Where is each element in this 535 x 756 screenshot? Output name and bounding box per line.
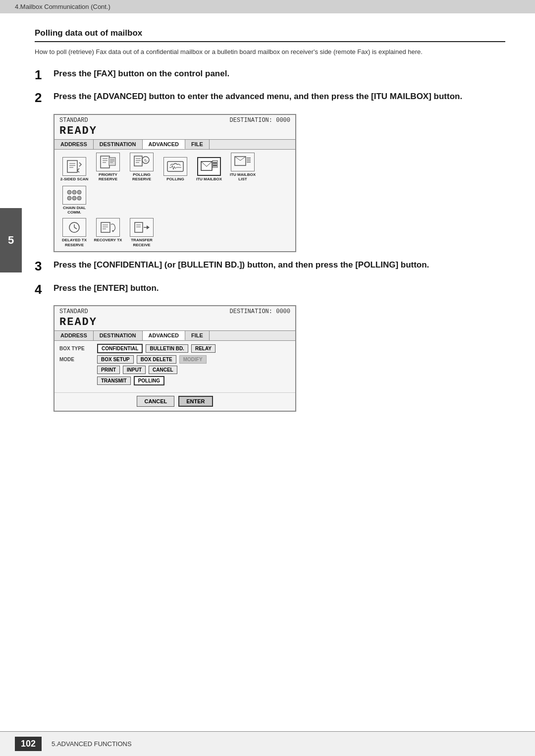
btn-cancel-mode[interactable]: CANCEL <box>149 366 177 374</box>
step-1-text: Press the [FAX] button on the control pa… <box>54 68 505 80</box>
icon-2sided-scan: 2-SIDED SCAN <box>59 157 89 182</box>
screen2-tab-file[interactable]: FILE <box>185 331 210 340</box>
icon-priority-reserve: PRIORITY RESERVE <box>93 153 123 182</box>
svg-marker-46 <box>147 225 150 229</box>
btn-input[interactable]: INPUT <box>123 366 146 374</box>
step-2-text: Press the [ADVANCED] button to enter the… <box>54 91 505 103</box>
screen1-ready: READY <box>54 125 295 139</box>
icon-transfer-receive-box <box>130 218 154 237</box>
step-2-number: 2 <box>35 91 54 105</box>
top-bar: 4.Mailbox Communication (Cont.) <box>0 0 535 13</box>
icon-polling-box <box>163 157 187 176</box>
step-4-number: 4 <box>35 282 54 297</box>
footer-text: 5.ADVANCED FUNCTIONS <box>52 740 132 748</box>
btn-box-delete[interactable]: BOX DELETE <box>137 355 176 364</box>
box-type-label: BOX TYPE <box>59 346 94 351</box>
svg-rect-43 <box>135 222 143 232</box>
screen1-tab-address[interactable]: ADDRESS <box>54 140 94 149</box>
step-3-text: Press the [CONFIDENTIAL] (or [BULLETIN B… <box>54 259 505 271</box>
screen2-tabs: ADDRESS DESTINATION ADVANCED FILE <box>54 330 295 341</box>
svg-rect-38 <box>101 222 110 232</box>
screen1-tabs: ADDRESS DESTINATION ADVANCED FILE <box>54 139 295 150</box>
icon-itu-mailbox-label: ITU MAILBOX <box>196 177 222 182</box>
icon-polling-reserve-label: POLLING RESERVE <box>127 172 157 182</box>
svg-point-34 <box>77 196 81 200</box>
btn-polling[interactable]: POLLING <box>134 376 164 385</box>
step-3: 3 Press the [CONFIDENTIAL] (or [BULLETIN… <box>35 259 505 273</box>
svg-rect-20 <box>213 161 217 167</box>
icon-itu-mailbox-list: ITU MAILBOX LIST <box>228 153 258 182</box>
screen-mockup-2: STANDARD DESTINATION: 0000 READY ADDRESS… <box>54 305 296 412</box>
mailbox-content: BOX TYPE CONFIDENTIAL BULLETIN BD. RELAY… <box>54 341 295 390</box>
screen-mockup-1: STANDARD DESTINATION: 0000 READY ADDRESS… <box>54 114 296 253</box>
svg-marker-42 <box>112 230 114 232</box>
bottom-footer: 102 5.ADVANCED FUNCTIONS <box>0 731 535 756</box>
side-tab-number: 5 <box>8 234 14 247</box>
screen1-tab-advanced[interactable]: ADVANCED <box>143 140 186 149</box>
btn-relay[interactable]: RELAY <box>191 344 215 353</box>
svg-point-29 <box>67 190 71 194</box>
icon-2sided-scan-label: 2-SIDED SCAN <box>60 177 88 182</box>
icon-chain-dial-label: CHAIN DIAL COMM. <box>59 206 89 215</box>
screen1-icons-row2: DELAYED TX RESERVE RECOVERY TX <box>54 218 295 251</box>
icon-recovery-tx: RECOVERY TX <box>93 218 123 247</box>
btn-cancel-bottom[interactable]: CANCEL <box>137 396 174 407</box>
section-desc: How to poll (retrieve) Fax data out of a… <box>35 47 505 57</box>
screen2-top-left: STANDARD <box>59 308 88 315</box>
screen1-icons-row1: 2-SIDED SCAN PRIORITY RESER <box>54 150 295 218</box>
step-4: 4 Press the [ENTER] button. <box>35 282 505 297</box>
icon-priority-reserve-box <box>96 153 120 171</box>
screen2-tab-destination[interactable]: DESTINATION <box>94 331 143 340</box>
icon-itu-mailbox-list-label: ITU MAILBOX LIST <box>228 172 258 182</box>
svg-point-23 <box>213 164 215 166</box>
svg-rect-4 <box>101 156 109 168</box>
main-content: Polling data out of mailbox How to poll … <box>0 13 535 433</box>
section-title: Polling data out of mailbox <box>35 28 505 42</box>
icon-itu-mailbox: ITU MAILBOX <box>194 157 224 182</box>
icon-chain-dial-box <box>62 186 86 205</box>
screen2-tab-address[interactable]: ADDRESS <box>54 331 94 340</box>
mode-label: MODE <box>59 357 94 362</box>
step-3-number: 3 <box>35 259 54 273</box>
step-2: 2 Press the [ADVANCED] button to enter t… <box>35 91 505 105</box>
btn-enter[interactable]: ENTER <box>178 396 213 407</box>
mode-row-2: PRINT INPUT CANCEL <box>59 366 290 374</box>
screen1-tab-destination[interactable]: DESTINATION <box>94 140 143 149</box>
btn-box-setup[interactable]: BOX SETUP <box>97 355 134 364</box>
icon-itu-mailbox-list-box <box>231 153 255 171</box>
icon-itu-mailbox-box <box>197 157 221 176</box>
btn-confidential[interactable]: CONFIDENTIAL <box>97 344 143 353</box>
svg-line-37 <box>74 227 77 229</box>
btn-transmit[interactable]: TRANSMIT <box>97 377 131 385</box>
icon-recovery-tx-label: RECOVERY TX <box>94 238 122 243</box>
icon-polling-reserve-box: ↻ <box>130 153 154 171</box>
screen1-tab-file[interactable]: FILE <box>185 140 210 149</box>
btn-modify[interactable]: MODIFY <box>179 355 207 364</box>
svg-rect-18 <box>167 162 183 171</box>
svg-text:↻: ↻ <box>144 159 148 163</box>
mode-row-1: MODE BOX SETUP BOX DELETE MODIFY <box>59 355 290 364</box>
step-4-text: Press the [ENTER] button. <box>54 282 505 294</box>
step-1: 1 Press the [FAX] button on the control … <box>35 68 505 82</box>
side-tab: 5 <box>0 208 22 272</box>
svg-point-32 <box>67 196 71 200</box>
step-1-number: 1 <box>35 68 54 82</box>
screen1-top-bar: STANDARD DESTINATION: 0000 <box>54 115 295 125</box>
icon-priority-reserve-label: PRIORITY RESERVE <box>93 172 123 182</box>
footer-page-number: 102 <box>15 737 42 751</box>
svg-point-24 <box>215 164 217 166</box>
icon-2sided-scan-box <box>62 157 86 176</box>
icon-recovery-tx-box <box>96 218 120 237</box>
top-bar-text: 4.Mailbox Communication (Cont.) <box>15 3 110 10</box>
mailbox-bottom: CANCEL ENTER <box>54 392 295 411</box>
svg-point-33 <box>72 196 76 200</box>
screen2-top-bar: STANDARD DESTINATION: 0000 <box>54 306 295 316</box>
screen2-tab-advanced[interactable]: ADVANCED <box>143 331 186 340</box>
svg-point-31 <box>77 190 81 194</box>
svg-point-21 <box>213 162 215 164</box>
btn-print[interactable]: PRINT <box>97 366 120 374</box>
svg-point-22 <box>215 162 217 164</box>
screen2-ready: READY <box>54 316 295 330</box>
icon-delayed-tx: DELAYED TX RESERVE <box>59 218 89 247</box>
btn-bulletin-bd[interactable]: BULLETIN BD. <box>146 344 188 353</box>
